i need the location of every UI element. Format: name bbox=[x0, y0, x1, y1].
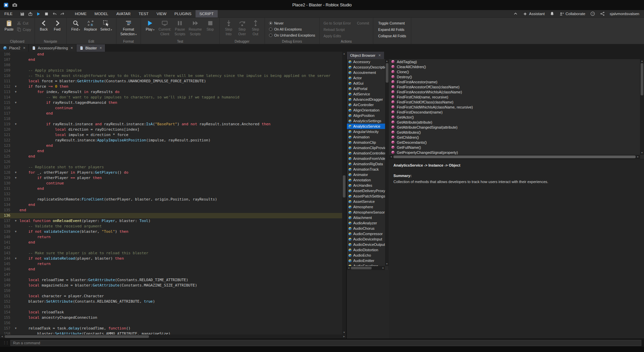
class-list-item[interactable]: AudioEmitter bbox=[347, 258, 385, 263]
class-list-item[interactable]: AudioDistortion bbox=[347, 247, 385, 253]
code-line[interactable]: 118 bbox=[0, 116, 342, 122]
ribbon-button-find[interactable]: Find ▾ bbox=[69, 19, 83, 33]
member-list-item[interactable]: GetActor() bbox=[389, 115, 640, 120]
class-list-item[interactable]: AudioChorus bbox=[347, 226, 385, 231]
class-list-item[interactable]: Accoutrement bbox=[347, 70, 385, 75]
menu-tab-plugins[interactable]: PLUGINS bbox=[170, 10, 196, 17]
close-icon[interactable]: × bbox=[100, 46, 102, 50]
camera-icon[interactable] bbox=[12, 2, 17, 8]
member-list-item[interactable]: GetFullName() bbox=[389, 145, 640, 150]
ribbon-button-expand-all-folds[interactable]: Expand All Folds bbox=[378, 28, 406, 32]
code-line[interactable]: 116 continue bbox=[0, 105, 342, 111]
member-list-item[interactable]: FindFirstChildOfClass(className) bbox=[389, 99, 640, 104]
class-list-horizontal-scrollbar[interactable]: ◄ ► bbox=[347, 266, 385, 270]
member-list-item[interactable]: FindFirstDescendant(name) bbox=[389, 109, 640, 115]
code-line[interactable]: 136 bbox=[0, 213, 342, 218]
member-list-item[interactable]: Clone() bbox=[389, 69, 640, 74]
help-icon[interactable]: ? bbox=[590, 11, 595, 16]
code-line[interactable]: 133 replicateShotRemote:FireClient(other… bbox=[0, 197, 342, 202]
member-list-item[interactable]: FindFirstAncestor(name) bbox=[389, 79, 640, 84]
class-list-item[interactable]: AngularVelocity bbox=[347, 129, 385, 134]
code-line[interactable]: 130 continue bbox=[0, 181, 342, 186]
close-icon[interactable]: × bbox=[23, 46, 25, 50]
code-line[interactable]: 117 end bbox=[0, 111, 342, 116]
code-line[interactable]: 122 rayResult.instance:ApplyImpulseAtPos… bbox=[0, 138, 342, 143]
ribbon-button-toggle-comment[interactable]: Toggle Comment bbox=[378, 21, 406, 25]
class-list-item[interactable]: AccessoryDescription bbox=[347, 64, 385, 70]
code-line[interactable]: 115▼ if rayResult.taggedHumanoid then bbox=[0, 100, 342, 105]
radio-on-all-exceptions[interactable]: On All Exceptions bbox=[269, 27, 315, 31]
code-line[interactable]: 138 -- Validate the received argument bbox=[0, 224, 342, 229]
code-line[interactable]: 150 bbox=[0, 288, 342, 294]
editor-vscroll-thumb[interactable] bbox=[343, 175, 345, 197]
object-browser-tab[interactable]: Object Browser × bbox=[347, 52, 384, 59]
qat-stop-icon[interactable] bbox=[44, 12, 49, 16]
class-list-item[interactable]: AdGui bbox=[347, 81, 385, 86]
class-vscroll-thumb[interactable] bbox=[386, 63, 388, 83]
chevron-up-icon[interactable] bbox=[513, 11, 518, 16]
member-list-vertical-scrollbar[interactable]: ▲ ▼ bbox=[640, 59, 644, 155]
scroll-down-icon[interactable]: ▼ bbox=[342, 331, 346, 335]
member-list-item[interactable]: GetAttribute(attribute) bbox=[389, 120, 640, 125]
ribbon-button-replace[interactable]: ABReplace bbox=[83, 19, 99, 32]
share-icon[interactable] bbox=[600, 11, 605, 16]
class-list-vertical-scrollbar[interactable]: ▲ ▼ bbox=[385, 59, 389, 266]
ribbon-button-collapse-all-folds[interactable]: Collapse All Folds bbox=[378, 34, 406, 38]
code-line[interactable]: 113▼ for index, rayResult in rayResults … bbox=[0, 89, 342, 95]
qat-undo-icon[interactable] bbox=[52, 12, 57, 16]
file-menu[interactable]: FILE bbox=[0, 10, 17, 17]
class-list-item[interactable]: AirController bbox=[347, 102, 385, 107]
ribbon-button-paste[interactable]: Paste bbox=[2, 19, 16, 32]
member-list-item[interactable]: GetPropertyChangedSignal(property) bbox=[389, 150, 640, 155]
code-line[interactable]: 134 end bbox=[0, 202, 342, 208]
member-list-item[interactable]: Destroy() bbox=[389, 74, 640, 79]
class-list-item[interactable]: Annotation bbox=[347, 177, 385, 183]
close-icon[interactable]: × bbox=[378, 53, 381, 58]
code-line[interactable]: 125 end bbox=[0, 154, 342, 159]
drag-grip-icon[interactable]: ⋮⋮ bbox=[3, 341, 8, 345]
editor-horizontal-scrollbar[interactable]: ◄ ► bbox=[0, 335, 346, 339]
code-line[interactable]: 154 local reloadTask bbox=[0, 310, 342, 315]
class-list-item[interactable]: AudioDeviceOutput bbox=[347, 242, 385, 247]
fold-arrow-icon[interactable]: ▼ bbox=[12, 84, 19, 89]
member-list-item[interactable]: GetAttributeChangedSignal(attribute) bbox=[389, 125, 640, 130]
code-line[interactable]: 109 -- Apply physics impulse bbox=[0, 68, 342, 73]
class-list-item[interactable]: AnimationRigData bbox=[347, 161, 385, 167]
code-line[interactable]: 112▼ if force ~= 0 then bbox=[0, 84, 342, 89]
bell-icon[interactable] bbox=[550, 11, 554, 16]
fold-arrow-icon[interactable]: ▼ bbox=[12, 89, 19, 95]
code-line[interactable]: 153 bbox=[0, 304, 342, 310]
code-line[interactable]: 108 bbox=[0, 62, 342, 68]
member-list-horizontal-scrollbar[interactable]: ◄ ► bbox=[389, 155, 640, 159]
menu-tab-avatar[interactable]: AVATAR bbox=[112, 10, 135, 17]
doc-tab-accessoryfiltering[interactable]: AccessoryFiltering× bbox=[29, 44, 76, 52]
code-line[interactable]: 120 local direction = rayDirections[inde… bbox=[0, 127, 342, 132]
ribbon-button-play[interactable]: Play ▾ bbox=[143, 19, 157, 33]
code-line[interactable]: 140 return bbox=[0, 234, 342, 240]
code-line[interactable]: 111 local force = blaster:GetAttribute(C… bbox=[0, 79, 342, 84]
code-line[interactable]: 145 return bbox=[0, 261, 342, 267]
member-vscroll-thumb[interactable] bbox=[641, 63, 643, 95]
class-list-item[interactable]: AnimationClip bbox=[347, 140, 385, 145]
doc-tab-place2[interactable]: Place2× bbox=[0, 44, 29, 52]
scroll-right-icon[interactable]: ► bbox=[342, 335, 346, 339]
scroll-left-icon[interactable]: ◄ bbox=[389, 155, 393, 159]
ribbon-button-select[interactable]: Select ▾ bbox=[99, 19, 114, 33]
class-list-item[interactable]: AnimationTrack bbox=[347, 167, 385, 172]
member-list-item[interactable]: ClearAllChildren() bbox=[389, 64, 640, 69]
fold-arrow-icon[interactable]: ▼ bbox=[12, 229, 19, 234]
code-line[interactable]: 127 -- Replicate shot to other players bbox=[0, 165, 342, 170]
editor-hscroll-thumb[interactable] bbox=[5, 335, 149, 338]
class-list-item[interactable]: AudioCompressor bbox=[347, 231, 385, 236]
scroll-right-icon[interactable]: ► bbox=[636, 155, 640, 159]
code-line[interactable]: 135end bbox=[0, 208, 342, 213]
class-hscroll-thumb[interactable] bbox=[351, 267, 372, 269]
class-list-item[interactable]: AtmosphereSensor bbox=[347, 210, 385, 215]
member-list-item[interactable]: AddTag(tag) bbox=[389, 59, 640, 64]
class-list-item[interactable]: AssetPatchSettings bbox=[347, 193, 385, 199]
class-list-item[interactable]: Attachment bbox=[347, 215, 385, 220]
code-line[interactable]: 139▼ if not validateInstance(blaster, "T… bbox=[0, 229, 342, 234]
class-list-item[interactable]: AlignPosition bbox=[347, 113, 385, 118]
class-list-item[interactable]: ArcHandles bbox=[347, 183, 385, 188]
doc-tab-blaster[interactable]: Blaster× bbox=[76, 44, 105, 52]
